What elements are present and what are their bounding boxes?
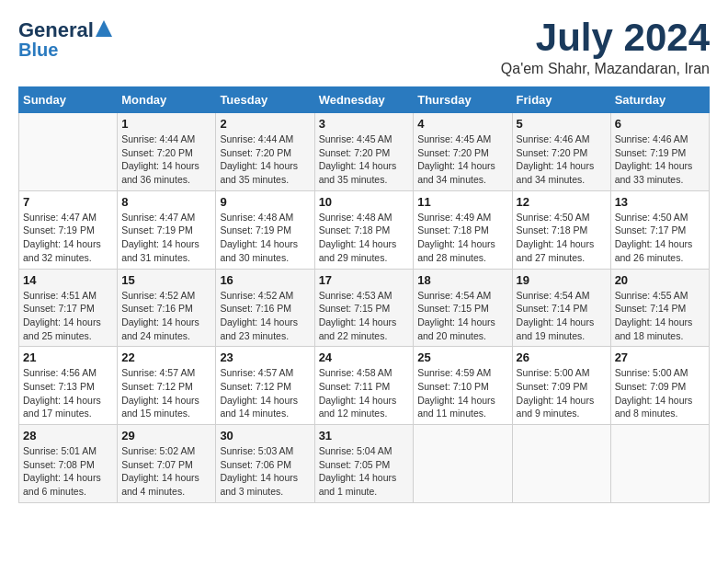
day-number: 21	[23, 350, 113, 364]
calendar-title: July 2024	[501, 18, 710, 57]
day-info: Sunrise: 4:47 AM Sunset: 7:19 PM Dayligh…	[23, 211, 113, 265]
day-info: Sunrise: 4:45 AM Sunset: 7:20 PM Dayligh…	[417, 132, 507, 187]
calendar-cell: 2Sunrise: 4:44 AM Sunset: 7:20 PM Daylig…	[216, 113, 314, 191]
svg-marker-0	[96, 20, 112, 37]
day-info: Sunrise: 4:46 AM Sunset: 7:19 PM Dayligh…	[615, 132, 705, 187]
calendar-week-1: 1Sunrise: 4:44 AM Sunset: 7:20 PM Daylig…	[19, 113, 710, 191]
calendar-cell	[610, 425, 709, 503]
day-number: 6	[615, 117, 705, 131]
day-number: 31	[319, 429, 410, 442]
day-info: Sunrise: 4:45 AM Sunset: 7:20 PM Dayligh…	[319, 132, 410, 187]
calendar-table: SundayMondayTuesdayWednesdayThursdayFrid…	[18, 86, 710, 503]
calendar-body: 1Sunrise: 4:44 AM Sunset: 7:20 PM Daylig…	[19, 113, 710, 503]
day-number: 30	[220, 429, 310, 442]
day-of-week-monday: Monday	[118, 87, 216, 113]
calendar-cell: 11Sunrise: 4:49 AM Sunset: 7:18 PM Dayli…	[414, 190, 512, 269]
calendar-cell: 14Sunrise: 4:51 AM Sunset: 7:17 PM Dayli…	[19, 269, 118, 347]
day-info: Sunrise: 4:48 AM Sunset: 7:18 PM Dayligh…	[319, 211, 410, 265]
day-number: 8	[121, 195, 211, 209]
day-info: Sunrise: 4:50 AM Sunset: 7:17 PM Dayligh…	[615, 211, 705, 265]
day-number: 3	[319, 117, 410, 131]
calendar-week-5: 28Sunrise: 5:01 AM Sunset: 7:08 PM Dayli…	[19, 425, 710, 503]
day-number: 17	[319, 273, 410, 287]
day-info: Sunrise: 4:44 AM Sunset: 7:20 PM Dayligh…	[220, 132, 310, 187]
calendar-week-4: 21Sunrise: 4:56 AM Sunset: 7:13 PM Dayli…	[19, 347, 710, 425]
day-number: 12	[517, 195, 607, 209]
day-of-week-friday: Friday	[512, 87, 610, 113]
calendar-header: SundayMondayTuesdayWednesdayThursdayFrid…	[19, 87, 710, 113]
day-info: Sunrise: 5:00 AM Sunset: 7:09 PM Dayligh…	[615, 366, 705, 420]
day-number: 24	[319, 350, 410, 364]
day-of-week-saturday: Saturday	[610, 87, 709, 113]
day-info: Sunrise: 4:47 AM Sunset: 7:19 PM Dayligh…	[121, 211, 211, 265]
day-of-week-tuesday: Tuesday	[216, 87, 314, 113]
calendar-cell: 23Sunrise: 4:57 AM Sunset: 7:12 PM Dayli…	[216, 347, 314, 425]
calendar-cell: 4Sunrise: 4:45 AM Sunset: 7:20 PM Daylig…	[414, 113, 512, 191]
calendar-cell: 20Sunrise: 4:55 AM Sunset: 7:14 PM Dayli…	[610, 269, 709, 347]
day-info: Sunrise: 5:02 AM Sunset: 7:07 PM Dayligh…	[121, 444, 211, 499]
day-info: Sunrise: 4:44 AM Sunset: 7:20 PM Dayligh…	[121, 132, 211, 187]
day-number: 19	[517, 273, 607, 287]
calendar-cell: 26Sunrise: 5:00 AM Sunset: 7:09 PM Dayli…	[512, 347, 610, 425]
day-info: Sunrise: 4:58 AM Sunset: 7:11 PM Dayligh…	[319, 366, 410, 420]
calendar-cell: 31Sunrise: 5:04 AM Sunset: 7:05 PM Dayli…	[314, 425, 414, 503]
page-header: General Blue July 2024 Qa'em Shahr, Maza…	[18, 18, 710, 77]
calendar-cell: 18Sunrise: 4:54 AM Sunset: 7:15 PM Dayli…	[414, 269, 512, 347]
day-number: 9	[220, 195, 310, 209]
day-number: 4	[417, 117, 507, 131]
day-info: Sunrise: 4:52 AM Sunset: 7:16 PM Dayligh…	[220, 289, 310, 343]
logo: General Blue	[18, 18, 114, 60]
day-info: Sunrise: 4:53 AM Sunset: 7:15 PM Dayligh…	[319, 289, 410, 343]
calendar-cell: 19Sunrise: 4:54 AM Sunset: 7:14 PM Dayli…	[512, 269, 610, 347]
day-info: Sunrise: 4:54 AM Sunset: 7:14 PM Dayligh…	[517, 289, 607, 343]
calendar-cell: 7Sunrise: 4:47 AM Sunset: 7:19 PM Daylig…	[19, 190, 118, 269]
calendar-cell: 5Sunrise: 4:46 AM Sunset: 7:20 PM Daylig…	[512, 113, 610, 191]
day-info: Sunrise: 4:57 AM Sunset: 7:12 PM Dayligh…	[220, 366, 310, 420]
day-number: 20	[615, 273, 705, 287]
calendar-cell: 8Sunrise: 4:47 AM Sunset: 7:19 PM Daylig…	[118, 190, 216, 269]
calendar-cell: 30Sunrise: 5:03 AM Sunset: 7:06 PM Dayli…	[216, 425, 314, 503]
calendar-week-2: 7Sunrise: 4:47 AM Sunset: 7:19 PM Daylig…	[19, 190, 710, 269]
calendar-cell: 24Sunrise: 4:58 AM Sunset: 7:11 PM Dayli…	[314, 347, 414, 425]
calendar-cell: 17Sunrise: 4:53 AM Sunset: 7:15 PM Dayli…	[314, 269, 414, 347]
day-info: Sunrise: 4:54 AM Sunset: 7:15 PM Dayligh…	[417, 289, 507, 343]
day-info: Sunrise: 5:03 AM Sunset: 7:06 PM Dayligh…	[220, 444, 310, 499]
day-number: 27	[615, 350, 705, 364]
calendar-cell: 15Sunrise: 4:52 AM Sunset: 7:16 PM Dayli…	[118, 269, 216, 347]
day-info: Sunrise: 4:48 AM Sunset: 7:19 PM Dayligh…	[220, 211, 310, 265]
day-of-week-sunday: Sunday	[19, 87, 118, 113]
calendar-cell	[512, 425, 610, 503]
days-of-week-row: SundayMondayTuesdayWednesdayThursdayFrid…	[19, 87, 710, 113]
calendar-cell	[414, 425, 512, 503]
calendar-cell	[19, 113, 118, 191]
day-number: 7	[23, 195, 113, 209]
day-number: 25	[417, 350, 507, 364]
day-number: 28	[23, 429, 113, 442]
day-info: Sunrise: 4:57 AM Sunset: 7:12 PM Dayligh…	[121, 366, 211, 420]
day-number: 13	[615, 195, 705, 209]
day-number: 5	[517, 117, 607, 131]
day-number: 22	[121, 350, 211, 364]
calendar-cell: 21Sunrise: 4:56 AM Sunset: 7:13 PM Dayli…	[19, 347, 118, 425]
day-info: Sunrise: 4:51 AM Sunset: 7:17 PM Dayligh…	[23, 289, 113, 343]
calendar-cell: 10Sunrise: 4:48 AM Sunset: 7:18 PM Dayli…	[314, 190, 414, 269]
day-info: Sunrise: 4:55 AM Sunset: 7:14 PM Dayligh…	[615, 289, 705, 343]
day-info: Sunrise: 5:00 AM Sunset: 7:09 PM Dayligh…	[517, 366, 607, 420]
day-info: Sunrise: 4:59 AM Sunset: 7:10 PM Dayligh…	[417, 366, 507, 420]
day-of-week-wednesday: Wednesday	[314, 87, 414, 113]
calendar-cell: 28Sunrise: 5:01 AM Sunset: 7:08 PM Dayli…	[19, 425, 118, 503]
calendar-cell: 3Sunrise: 4:45 AM Sunset: 7:20 PM Daylig…	[314, 113, 414, 191]
calendar-cell: 27Sunrise: 5:00 AM Sunset: 7:09 PM Dayli…	[610, 347, 709, 425]
day-info: Sunrise: 5:01 AM Sunset: 7:08 PM Dayligh…	[23, 444, 113, 499]
day-number: 18	[417, 273, 507, 287]
day-info: Sunrise: 4:56 AM Sunset: 7:13 PM Dayligh…	[23, 366, 113, 420]
calendar-cell: 9Sunrise: 4:48 AM Sunset: 7:19 PM Daylig…	[216, 190, 314, 269]
calendar-subtitle: Qa'em Shahr, Mazandaran, Iran	[501, 61, 710, 77]
calendar-cell: 22Sunrise: 4:57 AM Sunset: 7:12 PM Dayli…	[118, 347, 216, 425]
day-number: 2	[220, 117, 310, 131]
day-number: 16	[220, 273, 310, 287]
calendar-cell: 1Sunrise: 4:44 AM Sunset: 7:20 PM Daylig…	[118, 113, 216, 191]
title-block: July 2024 Qa'em Shahr, Mazandaran, Iran	[501, 18, 710, 77]
calendar-week-3: 14Sunrise: 4:51 AM Sunset: 7:17 PM Dayli…	[19, 269, 710, 347]
calendar-cell: 6Sunrise: 4:46 AM Sunset: 7:19 PM Daylig…	[610, 113, 709, 191]
